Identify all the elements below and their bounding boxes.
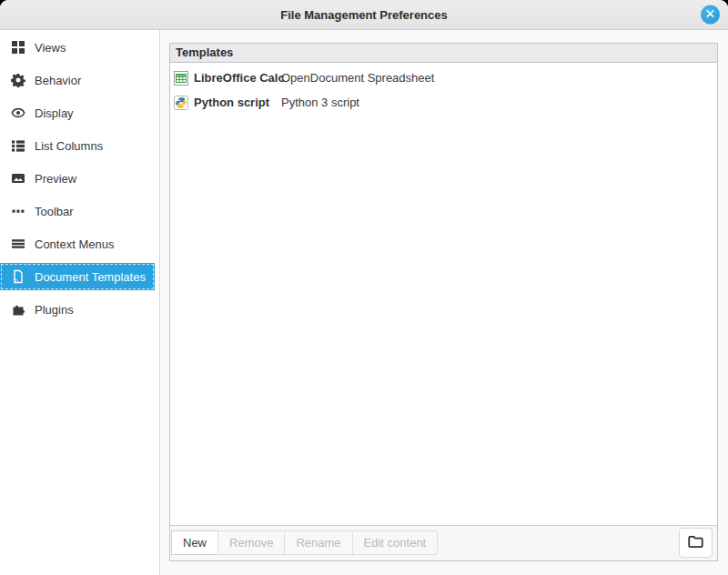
templates-panel: Templates LibreOffice Calc OpenDocument … — [169, 43, 718, 561]
document-template-icon — [11, 269, 25, 284]
menu-icon — [11, 237, 25, 251]
eye-icon — [11, 106, 25, 120]
template-name: Python script — [194, 96, 281, 109]
folder-icon — [687, 533, 704, 553]
gear-icon — [11, 73, 25, 87]
sidebar-item-plugins[interactable]: Plugins — [0, 296, 155, 323]
templates-header-label: Templates — [176, 45, 233, 59]
template-row[interactable]: LibreOffice Calc OpenDocument Spreadshee… — [170, 66, 717, 90]
sidebar-item-label: Display — [35, 106, 74, 120]
close-button[interactable] — [701, 5, 720, 25]
sidebar-item-display[interactable]: Display — [0, 99, 155, 126]
action-button-edit-content: Edit content — [352, 530, 439, 555]
sidebar-item-document-templates[interactable]: Document Templates — [0, 263, 155, 290]
action-button-rename: Rename — [284, 530, 352, 555]
content-area: Templates LibreOffice Calc OpenDocument … — [160, 30, 728, 575]
template-actions: New Remove Rename Edit content — [172, 530, 717, 555]
sidebar: Views Behavior Display List Columns — [0, 30, 160, 575]
template-name: LibreOffice Calc — [194, 71, 281, 85]
sidebar-item-label: Toolbar — [35, 205, 74, 218]
sidebar-item-views[interactable]: Views — [0, 34, 155, 61]
list-columns-icon — [11, 138, 25, 153]
sidebar-item-list-columns[interactable]: List Columns — [0, 132, 155, 159]
sidebar-item-label: Document Templates — [35, 270, 146, 284]
preferences-window: File Management Preferences Views Behavi… — [0, 0, 728, 575]
sidebar-item-label: Preview — [35, 172, 76, 186]
sidebar-item-label: Context Menus — [35, 237, 114, 251]
template-description: OpenDocument Spreadsheet — [281, 71, 434, 85]
templates-toolbar: New Remove Rename Edit content — [170, 525, 717, 560]
templates-column-header[interactable]: Templates — [170, 44, 717, 63]
sidebar-item-behavior[interactable]: Behavior — [0, 66, 155, 94]
grid-icon — [11, 40, 25, 55]
window-title: File Management Preferences — [280, 8, 448, 22]
action-button-new[interactable]: New — [171, 530, 218, 555]
templates-list: LibreOffice Calc OpenDocument Spreadshee… — [170, 63, 717, 525]
sidebar-item-label: Plugins — [35, 303, 74, 317]
spreadsheet-icon — [174, 71, 188, 86]
puzzle-icon — [11, 302, 25, 317]
sidebar-item-label: Views — [35, 41, 66, 55]
titlebar[interactable]: File Management Preferences — [0, 0, 728, 30]
python-icon — [174, 96, 188, 110]
image-icon — [11, 171, 25, 186]
sidebar-item-preview[interactable]: Preview — [0, 165, 155, 192]
template-row[interactable]: Python script Python 3 script — [170, 90, 717, 115]
sidebar-item-toolbar[interactable]: Toolbar — [0, 197, 155, 225]
template-description: Python 3 script — [281, 96, 359, 109]
open-templates-folder-button[interactable] — [679, 528, 713, 558]
close-icon — [705, 8, 715, 22]
window-body: Views Behavior Display List Columns — [0, 30, 728, 575]
action-button-remove: Remove — [217, 530, 285, 555]
ellipsis-icon — [11, 204, 25, 218]
sidebar-item-label: Behavior — [35, 74, 81, 87]
sidebar-item-context-menus[interactable]: Context Menus — [0, 230, 155, 257]
sidebar-item-label: List Columns — [35, 139, 103, 153]
